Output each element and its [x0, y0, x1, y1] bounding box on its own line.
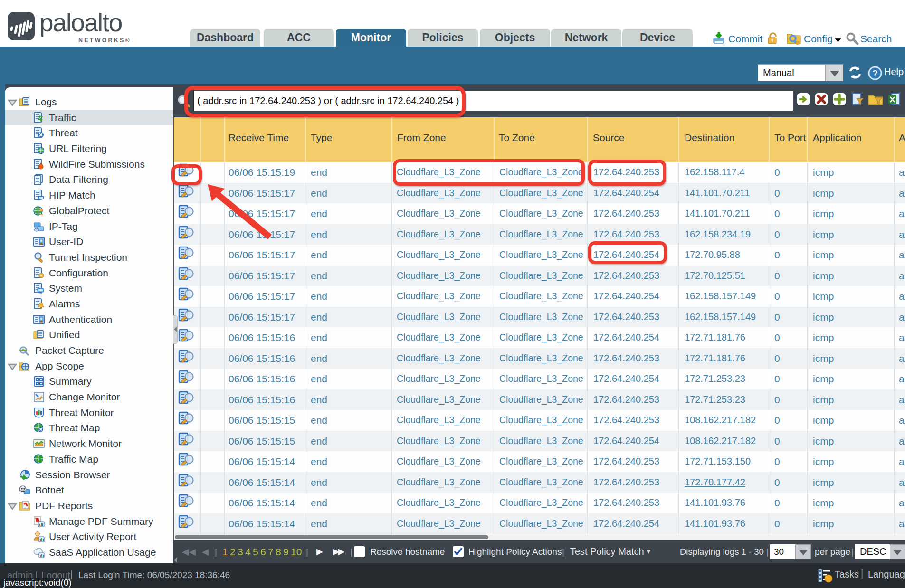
svg-text:A: A	[24, 503, 27, 508]
svg-text:?: ?	[872, 68, 878, 78]
